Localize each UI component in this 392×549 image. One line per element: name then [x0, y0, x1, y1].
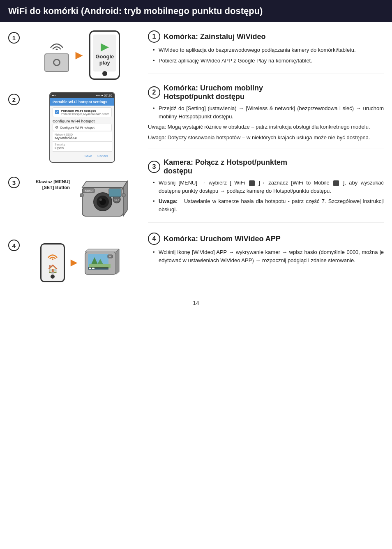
section4-bullets: Wciśnij ikonę [WiVideo] APP → wykrywanie… [148, 248, 384, 264]
section2-number: 2 [148, 86, 160, 99]
page-header: WiFi do komórki (Android: tryb mobilnego… [0, 0, 392, 22]
section4-title: 4 Komórka: Uruchom WiVideo APP [148, 233, 384, 245]
section3-number: 3 [148, 161, 160, 173]
step4-illustration-row: 4 🏠 ► [8, 238, 140, 287]
section1-bullet1: WiVideo to aplikacja do bezprzewodowego … [153, 46, 384, 54]
step3-image-area: Klawisz [MENU] [SET] Button [25, 175, 140, 226]
section2-note2: Uwaga: Dotyczy stosowania hotspotów – w … [148, 134, 384, 142]
step1-illustration: ► ▶ Google play [44, 30, 120, 80]
section3-bullets: Wciśnij [MENU] → wybierz [ WiFi ]→ zazna… [148, 179, 384, 213]
section3-bold: Uwaga: [159, 198, 178, 204]
svg-marker-17 [85, 249, 119, 252]
android-cancel-btn[interactable]: Cancel [96, 153, 109, 159]
android-hotspot-screen: ▪▪▪ ▪▪▪ ▪▪ 07:20 Portable Wi-Fi hotspot … [49, 92, 115, 163]
svg-text:MENU: MENU [85, 190, 92, 192]
section4: 4 Komórka: Uruchom WiVideo APP Wciśnij i… [148, 233, 384, 267]
svg-point-0 [55, 48, 58, 50]
step1-illustration-row: 1 [8, 30, 140, 80]
android-checkbox-item: Portable Wi-Fi hotspot Portable hotspot,… [53, 107, 112, 117]
step4-illustration: 🏠 ► [40, 243, 124, 282]
section2: 2 Komórka: Uruchom mobilny Hotspot/punkt… [148, 84, 384, 148]
android-body: Portable Wi-Fi hotspot Portable hotspot,… [50, 106, 114, 162]
section3: 3 Kamera: Połącz z Hotspot/punktem dostę… [148, 158, 384, 223]
section2-note1: Uwaga: Mogą wystąpić różnice w obsłudze … [148, 123, 384, 131]
page-number: 14 [0, 295, 392, 314]
phone-google-play: ▶ Google play [89, 30, 120, 80]
svg-rect-13 [80, 194, 83, 197]
section1: 1 Komórka: Zainstaluj WiVideo WiVideo to… [148, 30, 384, 74]
section3-title: 3 Kamera: Połącz z Hotspot/punktem dostę… [148, 158, 384, 175]
android-status-bar: ▪▪▪ ▪▪▪ ▪▪ 07:20 [50, 93, 114, 98]
step2-circle: 2 [8, 94, 20, 105]
step4-phone: 🏠 [40, 243, 65, 282]
svg-marker-2 [82, 181, 127, 187]
android-checkbox [55, 110, 59, 114]
google-play-label: Google play [95, 54, 114, 66]
section3-bullet1: Wciśnij [MENU] → wybierz [ WiFi ]→ zazna… [153, 179, 384, 195]
android-title-bar: Portable Wi-Fi hotspot settings [50, 98, 114, 106]
svg-rect-24 [89, 268, 91, 269]
arrow-right-icon: ► [73, 48, 85, 62]
right-column: 1 Komórka: Zainstaluj WiVideo WiVideo to… [148, 30, 384, 287]
section2-bullet1: Przejdź do [Setting] (ustawienia) → [Wir… [153, 104, 384, 120]
header-title: WiFi do komórki (Android: tryb mobilnego… [8, 6, 263, 16]
google-play-icon: ▶ [101, 40, 109, 53]
svg-point-7 [99, 198, 102, 201]
svg-point-15 [52, 258, 53, 260]
phone4-home-button [51, 274, 55, 279]
svg-text:W: W [109, 255, 111, 258]
svg-rect-14 [122, 194, 125, 197]
step4-camera: W [83, 246, 124, 280]
android-ssid-field: Network SSID MyAndroidAP [53, 132, 112, 142]
step2-image-area: ▪▪▪ ▪▪▪ ▪▪ 07:20 Portable Wi-Fi hotspot … [25, 92, 140, 163]
step3-labels: Klawisz [MENU] [SET] Button [25, 175, 70, 190]
left-column: 1 [8, 30, 140, 287]
section4-bullet1: Wciśnij ikonę [WiVideo] APP → wykrywanie… [153, 248, 384, 264]
section1-title: 1 Komórka: Zainstaluj WiVideo [148, 30, 384, 43]
main-content: 1 [0, 30, 392, 295]
svg-marker-18 [116, 249, 119, 274]
phone-home-button [102, 71, 107, 76]
svg-text:SET: SET [114, 198, 119, 201]
android-signal: ▪▪▪ [52, 94, 56, 97]
step3-labels-camera: Klawisz [MENU] [SET] Button [25, 175, 140, 226]
svg-marker-3 [123, 181, 127, 216]
step4-image-area: 🏠 ► [25, 238, 140, 287]
android-save-btn[interactable]: Save [83, 153, 94, 159]
step4-arrow-icon: ► [68, 256, 80, 269]
wifi-arc-icon [48, 39, 65, 52]
section1-number: 1 [148, 30, 160, 43]
wifi-icon-small [249, 180, 255, 186]
step1-image-area: ► ▶ Google play [25, 30, 140, 80]
svg-rect-25 [92, 268, 95, 269]
camera-3d-illustration: MENU SET [74, 175, 140, 226]
step1-circle: 1 [8, 32, 20, 44]
step3-illustration-row: 3 Klawisz [MENU] [SET] Button [8, 175, 140, 226]
section4-number: 4 [148, 233, 160, 245]
section3-bullet2: Uwaga: Ustawianie w kamerze hasła dla ho… [153, 197, 384, 213]
section1-bullet2: Pobierz aplikację WiVideo APP z Google P… [153, 57, 384, 65]
wifi-signal-icon [47, 251, 58, 262]
step4-circle: 4 [8, 240, 20, 251]
step3-circle: 3 [8, 177, 20, 188]
android-time: ▪▪▪ ▪▪ 07:20 [96, 94, 112, 97]
step3-camera-container: Klawisz [MENU] [SET] Button [25, 175, 140, 226]
section1-bullets: WiVideo to aplikacja do bezprzewodowego … [148, 46, 384, 65]
svg-rect-12 [109, 189, 121, 197]
step2-illustration-row: 2 ▪▪▪ ▪▪▪ ▪▪ 07:20 Portable Wi-Fi hotspo… [8, 92, 140, 163]
section2-bullets: Przejdź do [Setting] (ustawienia) → [Wir… [148, 104, 384, 120]
google-play-screen: ▶ Google play [93, 35, 116, 72]
configure-icon: ⚙ [55, 125, 58, 129]
android-buttons: Save Cancel [53, 152, 112, 160]
android-security-field: Security Open [53, 142, 112, 152]
section2-title: 2 Komórka: Uruchom mobilny Hotspot/punkt… [148, 84, 384, 101]
house-icon: 🏠 [48, 264, 58, 274]
mobile-icon-small [333, 180, 339, 186]
android-configure-btn: ⚙ Configure Wi-Fi hotspot [53, 124, 112, 131]
camera-icon [44, 53, 69, 72]
